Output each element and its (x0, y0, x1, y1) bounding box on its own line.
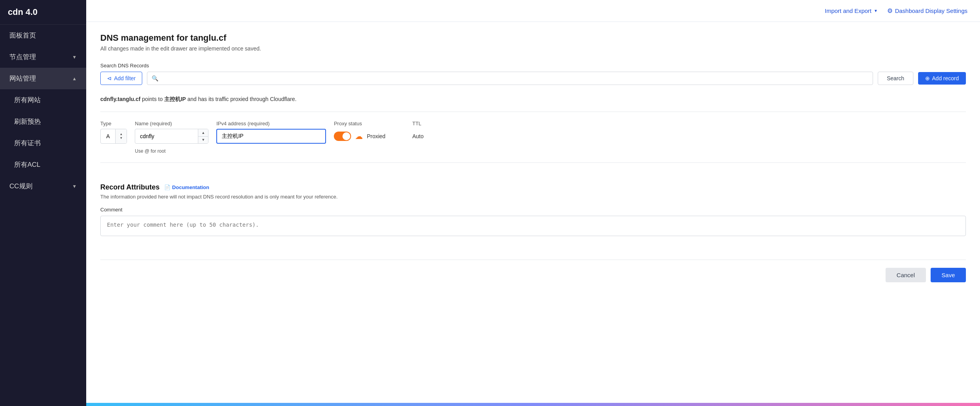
add-filter-label: Add filter (114, 75, 136, 81)
name-input[interactable] (135, 133, 198, 139)
info-suffix: and has its traffic proxied through Clou… (186, 96, 296, 102)
info-domain: cdnfly.tanglu.cf (100, 96, 140, 102)
type-group: Type A ▲ ▼ (100, 121, 127, 144)
name-spinner-down[interactable]: ▼ (198, 137, 208, 144)
filter-icon: ⊲ (107, 75, 112, 81)
search-input-wrap: 🔍 (147, 72, 873, 85)
record-attrs-subtitle: The information provided here will not i… (100, 194, 966, 200)
proxied-label: Proxied (367, 133, 385, 139)
sidebar-item-label: 网站管理 (9, 74, 36, 83)
dns-record-form: Type A ▲ ▼ Name (required) (100, 112, 966, 163)
gear-icon: ⚙ (887, 7, 893, 14)
main-area: Import and Export ▼ ⚙ Dashboard Display … (86, 0, 980, 406)
ipv4-input[interactable] (216, 129, 326, 144)
chevron-down-icon: ▼ (874, 9, 878, 13)
ttl-label: TTL (412, 121, 444, 126)
cloud-icon: ☁ (355, 132, 363, 141)
sidebar-item-label: 所有证书 (14, 139, 41, 148)
type-value: A (101, 129, 116, 143)
top-header: Import and Export ▼ ⚙ Dashboard Display … (86, 0, 980, 22)
page-title: DNS management for tanglu.cf (100, 33, 966, 43)
name-label: Name (required) (135, 121, 208, 126)
proxy-group: Proxy status ☁ Proxied (334, 121, 404, 144)
chevron-up-icon: ▲ (120, 133, 123, 136)
type-label: Type (100, 121, 127, 126)
info-points-to: points to (140, 96, 164, 102)
sidebar-item-label: 节点管理 (9, 52, 36, 61)
chevron-down-icon: ▼ (120, 137, 123, 140)
dashboard-settings-label: Dashboard Display Settings (895, 7, 967, 14)
sidebar-item-websites[interactable]: 网站管理 ▲ (0, 68, 86, 89)
info-line: cdnfly.tanglu.cf points to 主控机IP and has… (100, 96, 966, 103)
search-button[interactable]: Search (878, 72, 913, 85)
doc-label: Documentation (172, 184, 209, 190)
sidebar-item-cc[interactable]: CC规则 ▼ (0, 175, 86, 197)
sidebar-item-nodes[interactable]: 节点管理 ▼ (0, 46, 86, 68)
sidebar-item-label: 刷新预热 (14, 117, 41, 126)
record-attrs-title: Record Attributes 📄 Documentation (100, 183, 966, 191)
import-export-label: Import and Export (825, 7, 871, 14)
use-at-note: Use @ for root (135, 148, 208, 154)
ipv4-label: IPv4 address (required) (216, 121, 326, 126)
proxy-toggle[interactable] (334, 132, 351, 141)
sidebar-item-refresh[interactable]: 刷新预热 (0, 111, 86, 132)
name-group: Name (required) ▲ ▼ Use @ for root (135, 121, 208, 154)
chevron-up-icon: ▲ (72, 76, 77, 81)
sidebar-brand: cdn 4.0 (0, 0, 86, 25)
search-input[interactable] (147, 72, 873, 85)
sidebar: cdn 4.0 面板首页 节点管理 ▼ 网站管理 ▲ 所有网站 刷新预热 所有证… (0, 0, 86, 406)
title-prefix: DNS management for (100, 33, 190, 43)
cancel-button[interactable]: Cancel (886, 268, 926, 282)
sidebar-item-dashboard[interactable]: 面板首页 (0, 25, 86, 46)
import-export-button[interactable]: Import and Export ▼ (825, 7, 878, 14)
chevron-down-icon: ▼ (72, 54, 77, 60)
content-area: DNS management for tanglu.cf All changes… (86, 22, 980, 403)
title-domain: tanglu.cf (190, 33, 226, 43)
page-subtitle: All changes made in the edit drawer are … (100, 45, 966, 52)
add-record-label: Add record (932, 75, 959, 81)
comment-label: Comment (100, 207, 966, 213)
dashboard-settings-button[interactable]: ⚙ Dashboard Display Settings (887, 7, 967, 14)
save-button[interactable]: Save (931, 268, 966, 282)
form-row: Type A ▲ ▼ Name (required) (100, 121, 966, 154)
name-spinners: ▲ ▼ (198, 129, 208, 143)
proxy-label: Proxy status (334, 121, 404, 126)
ipv4-group: IPv4 address (required) (216, 121, 326, 144)
add-record-button[interactable]: ⊕ Add record (918, 72, 966, 85)
record-attrs-heading: Record Attributes (100, 183, 159, 191)
search-label: Search DNS Records (100, 63, 966, 69)
add-filter-button[interactable]: ⊲ Add filter (100, 72, 142, 85)
name-input-wrap: ▲ ▼ (135, 129, 208, 144)
sidebar-item-certs[interactable]: 所有证书 (0, 132, 86, 154)
search-icon: 🔍 (152, 75, 158, 81)
sidebar-item-label: 所有ACL (14, 160, 40, 169)
name-spinner-up[interactable]: ▲ (198, 129, 208, 137)
bottom-bar (86, 403, 980, 406)
plus-icon: ⊕ (925, 75, 930, 81)
action-row: Cancel Save (100, 260, 966, 282)
type-select[interactable]: A ▲ ▼ (100, 129, 127, 144)
chevron-down-icon: ▼ (72, 184, 77, 189)
search-button-label: Search (887, 75, 904, 81)
sidebar-item-acl[interactable]: 所有ACL (0, 154, 86, 175)
sidebar-item-label: CC规则 (9, 182, 33, 191)
comment-input[interactable] (100, 216, 966, 236)
sidebar-item-all-sites[interactable]: 所有网站 (0, 89, 86, 111)
ttl-value: Auto (412, 129, 444, 144)
documentation-link[interactable]: 📄 Documentation (164, 184, 209, 190)
toggle-knob (342, 132, 350, 140)
record-attributes: Record Attributes 📄 Documentation The in… (100, 174, 966, 247)
sidebar-item-label: 所有网站 (14, 96, 41, 105)
info-ip: 主控机IP (164, 96, 186, 102)
ttl-group: TTL Auto (412, 121, 444, 144)
doc-icon: 📄 (164, 184, 170, 190)
sidebar-item-label: 面板首页 (9, 31, 36, 40)
search-row: ⊲ Add filter 🔍 Search ⊕ Add record (100, 72, 966, 85)
proxy-toggle-row: ☁ Proxied (334, 129, 404, 144)
type-chevron[interactable]: ▲ ▼ (116, 129, 127, 143)
